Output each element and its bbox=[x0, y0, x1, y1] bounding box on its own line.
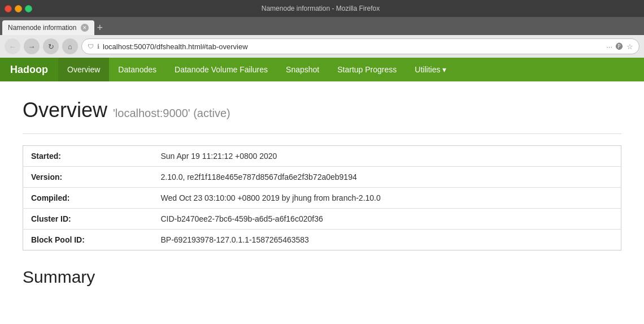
content: Overview 'localhost:9000' (active) Start… bbox=[0, 81, 644, 304]
addressbar: ← → ↻ ⌂ 🛡 ℹ localhost:50070/dfshealth.ht… bbox=[0, 35, 644, 58]
back-icon: ← bbox=[9, 42, 16, 51]
page-heading: Overview 'localhost:9000' (active) bbox=[23, 98, 621, 122]
page-subtitle: 'localhost:9000' (active) bbox=[113, 107, 230, 120]
minimize-window-button[interactable] bbox=[15, 5, 22, 12]
row-label: Compiled: bbox=[23, 188, 153, 209]
table-row: Compiled: Wed Oct 23 03:10:00 +0800 2019… bbox=[23, 188, 621, 209]
browser-tab[interactable]: Namenode information ✕ bbox=[2, 20, 94, 35]
tab-label: Namenode information bbox=[8, 24, 76, 32]
lock-icon: 🛡 bbox=[88, 43, 94, 50]
row-label: Cluster ID: bbox=[23, 209, 153, 230]
forward-button[interactable]: → bbox=[24, 38, 40, 54]
page-title: Overview bbox=[23, 98, 107, 122]
row-label: Started: bbox=[23, 146, 153, 167]
row-label: Version: bbox=[23, 167, 153, 188]
maximize-window-button[interactable] bbox=[25, 5, 32, 12]
pocket-icon[interactable]: 🅟 bbox=[616, 42, 623, 51]
nav-item-datanodes[interactable]: Datanodes bbox=[109, 58, 166, 81]
tabbar: Namenode information ✕ + bbox=[0, 17, 644, 35]
back-button[interactable]: ← bbox=[5, 38, 20, 54]
titlebar: Namenode information - Mozilla Firefox bbox=[0, 0, 644, 17]
row-value: Wed Oct 23 03:10:00 +0800 2019 by jhung … bbox=[153, 188, 621, 209]
nav-item-utilities[interactable]: Utilities ▾ bbox=[406, 58, 455, 81]
new-tab-button[interactable]: + bbox=[97, 20, 103, 35]
forward-icon: → bbox=[28, 42, 36, 51]
navbar-items: Overview Datanodes Datanode Volume Failu… bbox=[58, 58, 455, 81]
info-icon: ℹ bbox=[97, 43, 99, 50]
table-row: Started: Sun Apr 19 11:21:12 +0800 2020 bbox=[23, 146, 621, 167]
tab-close-button[interactable]: ✕ bbox=[81, 24, 89, 32]
url-bar[interactable]: 🛡 ℹ localhost:50070/dfshealth.html#tab-o… bbox=[81, 38, 639, 54]
home-button[interactable]: ⌂ bbox=[62, 38, 78, 54]
row-label: Block Pool ID: bbox=[23, 230, 153, 250]
nav-item-datanode-volume-failures[interactable]: Datanode Volume Failures bbox=[166, 58, 277, 81]
star-icon[interactable]: ☆ bbox=[626, 42, 633, 51]
nav-item-snapshot[interactable]: Snapshot bbox=[277, 58, 328, 81]
nav-item-startup-progress[interactable]: Startup Progress bbox=[328, 58, 406, 81]
summary-heading: Summary bbox=[23, 267, 621, 287]
reload-icon: ↻ bbox=[48, 42, 54, 51]
row-value: 2.10.0, re2f1f118e465e787d8567dfa6e2f3b7… bbox=[153, 167, 621, 188]
nav-item-overview[interactable]: Overview bbox=[58, 58, 109, 81]
window-title: Namenode information - Mozilla Firefox bbox=[36, 5, 606, 12]
info-table: Started: Sun Apr 19 11:21:12 +0800 2020 … bbox=[23, 145, 621, 250]
more-icon[interactable]: ··· bbox=[606, 42, 612, 51]
reload-button[interactable]: ↻ bbox=[43, 38, 59, 54]
table-row: Cluster ID: CID-b2470ee2-7bc6-459b-a6d5-… bbox=[23, 209, 621, 230]
navbar: Hadoop Overview Datanodes Datanode Volum… bbox=[0, 58, 644, 81]
row-value: BP-692193978-127.0.1.1-1587265463583 bbox=[153, 230, 621, 250]
table-row: Version: 2.10.0, re2f1f118e465e787d8567d… bbox=[23, 167, 621, 188]
url-actions: ··· 🅟 ☆ bbox=[606, 42, 633, 51]
row-value: CID-b2470ee2-7bc6-459b-a6d5-a6f16c020f36 bbox=[153, 209, 621, 230]
url-text: localhost:50070/dfshealth.html#tab-overv… bbox=[103, 42, 603, 51]
divider bbox=[23, 133, 621, 134]
home-icon: ⌂ bbox=[68, 42, 72, 51]
row-value: Sun Apr 19 11:21:12 +0800 2020 bbox=[153, 146, 621, 167]
table-row: Block Pool ID: BP-692193978-127.0.1.1-15… bbox=[23, 230, 621, 250]
navbar-brand[interactable]: Hadoop bbox=[0, 58, 58, 81]
close-window-button[interactable] bbox=[5, 5, 12, 12]
window-controls bbox=[5, 5, 32, 12]
